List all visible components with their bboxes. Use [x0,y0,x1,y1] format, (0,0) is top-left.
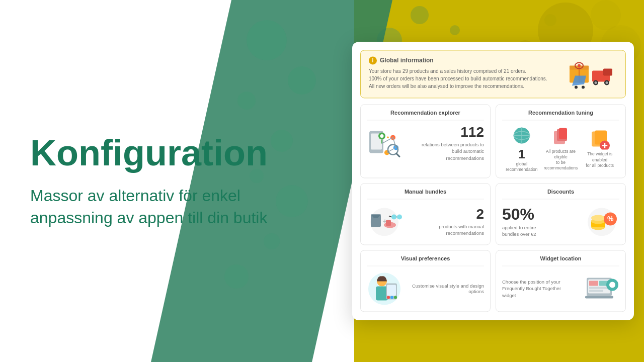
global-info-content: i Global information Your store has 29 p… [369,56,567,90]
sections-grid: Recommendation explorer [360,104,626,312]
left-panel: Konfiguration Massor av alternativ för e… [0,0,354,362]
svg-rect-90 [589,281,598,286]
bundles-stat: 2 products with manualrecommendations [402,207,484,237]
tuning-widget-icon [580,130,619,150]
section-title-visual: Visual preferences [367,256,484,266]
svg-point-13 [450,25,460,35]
configuration-panel: i Global information Your store has 29 p… [352,42,634,320]
section-content-explorer: 112 relations between products tobuild a… [367,125,484,161]
bundles-illustration: + [367,207,402,237]
svg-rect-89 [585,296,613,299]
section-recommendation-tuning[interactable]: Recommendation tuning 1 globalrecommenda… [496,104,626,178]
svg-point-76 [591,215,605,221]
visual-illustration [367,274,402,304]
svg-rect-83 [387,285,396,296]
svg-point-95 [609,282,615,288]
section-content-visual: Customise visual style and designoptions [367,272,484,307]
svg-point-5 [544,14,556,26]
main-title: Konfiguration [30,133,354,173]
explorer-stat: 112 relations between products tobuild a… [402,125,484,161]
svg-line-48 [396,153,399,156]
svg-point-67 [391,215,396,220]
discounts-stat: 50% applied to entirebundles over €2 [502,206,584,238]
svg-point-35 [582,85,585,88]
svg-point-27 [578,64,581,67]
svg-marker-49 [386,136,389,138]
svg-point-86 [394,296,397,299]
svg-text:%: % [607,215,614,223]
svg-point-84 [387,296,390,299]
tuning-eligible-icon [541,127,581,147]
section-manual-bundles[interactable]: Manual bundles + [360,184,491,245]
svg-rect-29 [603,68,612,75]
section-title-widget: Widget location [502,256,619,266]
svg-rect-93 [589,290,603,292]
section-title-discounts: Discounts [502,189,619,200]
widget-illustration [584,274,619,304]
section-visual-preferences[interactable]: Visual preferences [360,250,491,312]
discounts-illustration: % [584,207,619,237]
svg-point-68 [397,215,402,220]
svg-point-1 [591,0,621,30]
section-title-bundles: Manual bundles [367,189,484,200]
info-icon: i [369,56,377,64]
section-title-tuning: Recommendation tuning [502,110,619,120]
global-info-banner: i Global information Your store has 29 p… [360,50,626,98]
subtitle: Massor av alternativ för enkel anpassnin… [30,185,292,228]
svg-point-39 [380,134,384,138]
section-title-explorer: Recommendation explorer [367,110,484,120]
svg-rect-92 [589,287,608,289]
tuning-item-global: 1 globalrecommendation [502,125,541,172]
svg-rect-56 [559,128,567,139]
svg-point-33 [606,81,608,84]
section-content-bundles: + 2 products with manualrecommenda [367,205,484,240]
tuning-item-eligible: All products are eligibleto be recommend… [541,127,581,171]
svg-point-85 [390,296,393,299]
svg-rect-66 [386,220,391,226]
svg-point-9 [411,6,429,24]
tuning-item-widget: The widget is enabledfor all products [580,130,619,168]
visual-label: Customise visual style and designoptions [402,284,484,295]
section-discounts[interactable]: Discounts 50% applied to entirebundles o… [496,184,626,245]
tuning-content: 1 globalrecommendation All products are … [502,125,619,172]
section-recommendation-explorer[interactable]: Recommendation explorer [360,104,491,178]
section-content-widget: Choose the position of yourFrequently Bo… [502,272,619,307]
global-info-text: Your store has 29 products and a sales h… [369,67,567,90]
widget-loc-label: Choose the position of yourFrequently Bo… [502,279,584,299]
global-info-illustration [567,56,617,92]
svg-point-34 [575,85,578,88]
svg-point-31 [595,81,597,84]
section-content-discounts: 50% applied to entirebundles over €2 % [502,205,619,240]
global-info-title: i Global information [369,56,567,64]
section-widget-location[interactable]: Widget location Choose the position of y… [496,250,626,312]
tuning-global-icon [502,125,541,145]
explorer-illustration [367,128,402,158]
